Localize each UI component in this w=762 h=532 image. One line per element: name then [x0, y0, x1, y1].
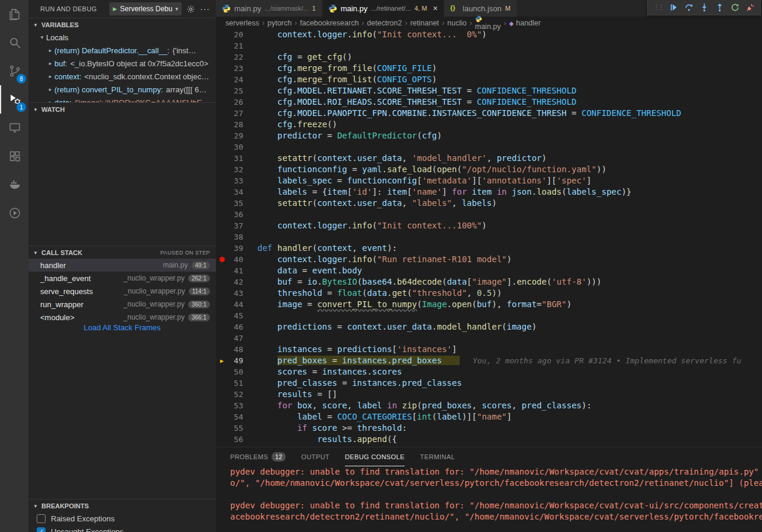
gear-icon[interactable] — [186, 5, 195, 14]
line-number: 47 — [228, 333, 246, 344]
line-content: setattr(context.user_data, "labels", lab… — [257, 198, 497, 209]
code-token: ] — [442, 187, 452, 196]
variables-section-header[interactable]: ▾ VARIABLES — [28, 18, 216, 31]
variable-row[interactable]: ▸buf:<_io.BytesIO object at 0x7f5a2dc1ec… — [28, 57, 216, 70]
activity-remote-explorer-icon[interactable] — [0, 114, 28, 142]
code-token: item — [387, 187, 407, 196]
continue-button[interactable] — [669, 3, 678, 12]
editor-tab[interactable]: {}launch.jsonM — [444, 0, 517, 17]
breadcrumb-item[interactable]: facebookresearch — [300, 19, 359, 27]
debug-config-dropdown[interactable]: ▶ Serverless Debu ▾ — [109, 2, 182, 15]
line-content: results = [] — [257, 389, 337, 400]
activity-docker-icon[interactable] — [0, 170, 28, 199]
breakpoints-section-header[interactable]: ▾ BREAKPOINTS — [28, 499, 216, 512]
breadcrumb-item[interactable]: pytorch — [267, 19, 292, 27]
code-token: ( — [432, 412, 437, 421]
line-number: 30 — [228, 141, 246, 153]
variable-row[interactable]: ▸context:<nuclio_sdk.context.Context obj… — [28, 70, 216, 83]
checkbox[interactable] — [37, 514, 46, 523]
checkbox[interactable]: ✓ — [37, 527, 46, 532]
watch-section-header[interactable]: ▾ WATCH — [28, 102, 216, 115]
variable-row[interactable]: ▸(return) convert_PIL_to_numpy:array([[[… — [28, 83, 216, 96]
python-file-icon — [328, 4, 337, 13]
code-token: label — [297, 412, 322, 421]
activity-explorer-icon[interactable] — [0, 0, 28, 28]
close-icon[interactable]: × — [433, 4, 438, 12]
code-token: results — [317, 434, 352, 444]
line-number: 24 — [228, 74, 246, 85]
code-token — [257, 266, 277, 275]
line-number: 25 — [228, 85, 246, 96]
stack-frame[interactable]: handlermain.py49:1 — [28, 259, 216, 272]
line-number: 53 — [228, 400, 246, 411]
stack-frame[interactable]: <module>_nuclio_wrapper.py366:1 — [28, 311, 216, 324]
code-token: = — [307, 367, 322, 376]
code-token: ( — [472, 299, 477, 309]
breakpoint-row[interactable]: Raised Exceptions — [28, 512, 216, 525]
scope-locals[interactable]: ▾ Locals — [28, 31, 216, 44]
breadcrumb-label: serverless — [225, 19, 259, 27]
panel-tab-terminal[interactable]: TERMINAL — [420, 447, 455, 466]
panel-tab-output[interactable]: OUTPUT — [301, 447, 330, 466]
stack-frame[interactable]: _handle_event_nuclio_wrapper.py262:1 — [28, 272, 216, 285]
code-editor[interactable]: 20 context.logger.info("Init context... … — [216, 29, 762, 447]
code-token: . — [352, 434, 357, 444]
code-token: . — [347, 221, 352, 230]
code-line: 21 — [216, 40, 762, 51]
code-token: predictions — [337, 344, 392, 354]
breadcrumb-item[interactable]: ◆handler — [509, 19, 541, 27]
code-line: 38 — [216, 231, 762, 243]
activity-search-icon[interactable] — [0, 28, 28, 57]
tab-title: main.py — [341, 4, 368, 13]
more-actions-icon[interactable]: ··· — [200, 4, 210, 14]
code-token: ROI_HEADS — [327, 97, 372, 107]
activity-source-control-icon[interactable]: 8 — [0, 57, 28, 85]
load-all-stack-frames-link[interactable]: Load All Stack Frames — [28, 323, 216, 335]
variable-row[interactable]: ▸(return) DefaultPredictor.__call__:{'in… — [28, 44, 216, 57]
code-token: data — [367, 288, 387, 298]
code-token: . — [367, 367, 372, 376]
chevron-right-icon: ▸ — [46, 73, 54, 79]
panel-tab-debug-console[interactable]: DEBUG CONSOLE — [345, 447, 405, 466]
activity-run-and-debug-icon[interactable]: 1 — [0, 85, 28, 114]
stack-frame[interactable]: run_wrapper_nuclio_wrapper.py360:1 — [28, 298, 216, 311]
code-token: . — [382, 165, 387, 174]
editor-tab[interactable]: main.py.../siammask/...1 — [216, 0, 322, 17]
frame-position-badge: 366:1 — [188, 314, 210, 321]
code-token — [307, 423, 312, 433]
code-token: ][ — [547, 176, 557, 185]
code-token: yaml — [362, 165, 382, 174]
chevron-down-icon: ▾ — [32, 22, 39, 28]
breakpoint-indicator[interactable] — [216, 257, 228, 262]
code-line: 45 — [216, 310, 762, 321]
activity-run-circle-icon[interactable] — [0, 199, 28, 227]
editor-tab[interactable]: main.py.../retinanet/...4, M× — [322, 0, 444, 17]
breakpoint-row[interactable]: ✓Uncaught Exceptions — [28, 525, 216, 532]
step-out-button[interactable] — [715, 3, 724, 12]
toolbar-drag-handle[interactable]: ⋮⋮ — [653, 4, 663, 11]
frame-position-badge: 114:1 — [189, 288, 210, 295]
step-over-button[interactable] — [684, 3, 693, 12]
variable-row[interactable]: ▸data:{'image': 'iVBORw0KG=AAAANSUhE… — [28, 96, 216, 102]
breadcrumb-item[interactable]: serverless — [225, 19, 259, 27]
debug-console-output[interactable]: pydev debugger: unable to find translati… — [216, 466, 762, 532]
restart-button[interactable] — [731, 3, 740, 12]
line-content: setattr(context.user_data, 'model_handle… — [257, 153, 547, 164]
call-stack-section-header[interactable]: ▾ CALL STACK PAUSED ON STEP — [28, 246, 216, 259]
breadcrumb-item[interactable]: retinanet — [410, 19, 439, 27]
code-line: 44 image = convert_PIL_to_numpy(Image.op… — [216, 299, 762, 310]
breadcrumb-item[interactable]: main.py — [475, 15, 501, 31]
line-content: predictions = context.user_data.model_ha… — [257, 321, 537, 333]
code-token: info — [352, 221, 372, 230]
code-token: context — [277, 254, 312, 264]
line-number: 31 — [228, 153, 246, 164]
breadcrumb-item[interactable]: nuclio — [447, 19, 467, 27]
step-into-button[interactable] — [700, 3, 709, 12]
disconnect-button[interactable] — [746, 3, 755, 12]
activity-extensions-icon[interactable] — [0, 142, 28, 170]
panel-tab-problems[interactable]: PROBLEMS12 — [230, 447, 286, 466]
line-content: image = convert_PIL_to_numpy(Image.open(… — [257, 299, 572, 310]
chevron-down-icon: ▾ — [38, 34, 46, 40]
stack-frame[interactable]: serve_requests_nuclio_wrapper.py114:1 — [28, 285, 216, 298]
breadcrumb-item[interactable]: detectron2 — [367, 19, 402, 27]
